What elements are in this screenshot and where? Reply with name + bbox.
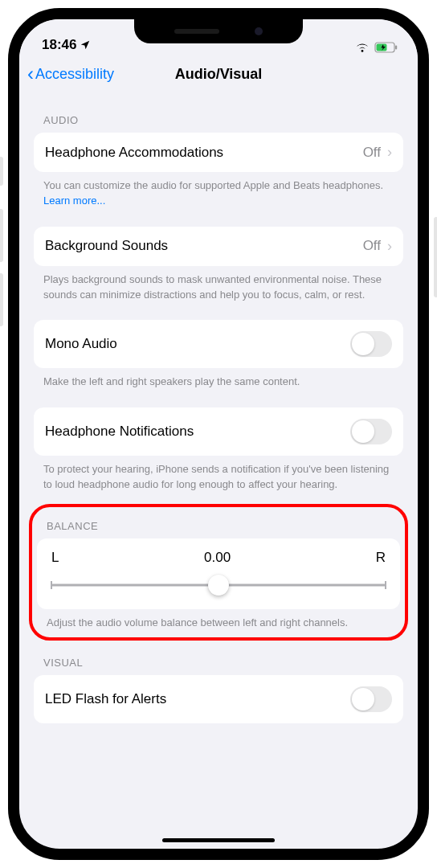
row-label: LED Flash for Alerts — [45, 691, 166, 707]
chevron-right-icon: › — [387, 144, 392, 161]
silent-switch — [0, 157, 3, 186]
back-button[interactable]: ‹ Accessibility — [27, 64, 114, 84]
row-label: Mono Audio — [45, 336, 117, 352]
balance-left-label: L — [51, 550, 59, 566]
row-mono-audio: Mono Audio — [34, 320, 403, 368]
row-led-flash: LED Flash for Alerts — [34, 675, 403, 723]
slider-tick-right — [385, 581, 386, 589]
row-label: Background Sounds — [45, 238, 168, 254]
balance-cell: L 0.00 R — [37, 538, 400, 609]
row-label: Headphone Accommodations — [45, 145, 223, 161]
page-title: Audio/Visual — [175, 66, 263, 83]
row-value: Off — [363, 145, 381, 161]
row-headphone-notifications: Headphone Notifications — [34, 407, 403, 456]
highlight-box: BALANCE L 0.00 R Adjust the audio volume… — [29, 504, 408, 641]
row-background-sounds[interactable]: Background Sounds Off › — [34, 227, 403, 266]
notch — [134, 19, 303, 43]
section-header-balance: BALANCE — [37, 509, 400, 538]
volume-down-button — [0, 273, 3, 326]
device-frame: 18:46 — [0, 0, 437, 868]
side-button — [434, 217, 437, 297]
toggle-mono-audio[interactable] — [350, 331, 392, 357]
svg-rect-1 — [395, 46, 397, 50]
screen: 18:46 — [8, 8, 429, 860]
battery-icon — [374, 42, 398, 53]
footer-mono-audio: Make the left and right speakers play th… — [34, 368, 403, 390]
row-value: Off — [363, 238, 381, 254]
chevron-right-icon: › — [387, 238, 392, 255]
footer-background-sounds: Plays background sounds to mask unwanted… — [34, 266, 403, 303]
location-icon — [80, 39, 91, 51]
footer-headphone-accom: You can customize the audio for supporte… — [34, 172, 403, 209]
nav-bar: ‹ Accessibility Audio/Visual — [19, 55, 418, 93]
volume-up-button — [0, 209, 3, 262]
balance-value: 0.00 — [204, 550, 231, 566]
row-label: Headphone Notifications — [45, 424, 194, 440]
slider-tick-left — [51, 581, 52, 589]
wifi-icon — [355, 42, 370, 53]
chevron-left-icon: ‹ — [27, 64, 34, 84]
slider-thumb[interactable] — [208, 575, 229, 596]
toggle-led-flash[interactable] — [350, 686, 392, 712]
back-label: Accessibility — [35, 66, 114, 83]
row-headphone-accommodations[interactable]: Headphone Accommodations Off › — [34, 133, 403, 172]
section-header-audio: AUDIO — [34, 93, 403, 133]
footer-balance: Adjust the audio volume balance between … — [37, 609, 400, 631]
learn-more-link[interactable]: Learn more... — [43, 194, 105, 207]
status-time: 18:46 — [42, 37, 76, 53]
content: AUDIO Headphone Accommodations Off › You… — [19, 93, 418, 834]
home-indicator[interactable] — [162, 838, 275, 842]
footer-headphone-notifications: To protect your hearing, iPhone sends a … — [34, 456, 403, 493]
balance-right-label: R — [376, 550, 386, 566]
section-header-visual: VISUAL — [34, 641, 403, 675]
toggle-headphone-notifications[interactable] — [350, 419, 392, 444]
balance-slider[interactable] — [51, 575, 386, 595]
